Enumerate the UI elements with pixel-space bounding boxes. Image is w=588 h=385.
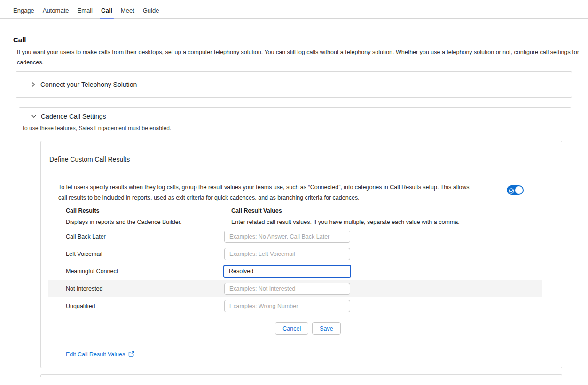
- tab-engage[interactable]: Engage: [13, 7, 34, 18]
- telephony-section-title: Connect your Telephony Solution: [40, 81, 137, 88]
- call-result-row: Left Voicemail: [48, 245, 542, 262]
- toggle-knob: [515, 186, 523, 194]
- call-result-label: Left Voicemail: [48, 251, 224, 257]
- call-result-value-input[interactable]: [223, 265, 351, 278]
- call-result-label: Not Interested: [48, 285, 224, 292]
- call-results-column-header: Call Results: [66, 208, 100, 214]
- tab-email[interactable]: Email: [77, 7, 93, 18]
- tab-meet[interactable]: Meet: [121, 7, 134, 18]
- check-icon: [509, 187, 514, 196]
- call-result-label: Call Back Later: [48, 233, 224, 240]
- card-description: To let users specify results when they l…: [58, 182, 472, 203]
- page-title: Call: [13, 36, 26, 44]
- save-button[interactable]: Save: [312, 322, 341, 335]
- call-result-values-column-subtext: Enter related call result values. If you…: [231, 219, 460, 225]
- call-result-value-input[interactable]: [224, 248, 350, 260]
- call-result-value-input[interactable]: [224, 283, 350, 295]
- card-actions: Cancel Save: [47, 322, 568, 335]
- tab-bar: EngageAutomateEmailCallMeetGuide: [0, 0, 588, 19]
- chevron-down-icon: [31, 114, 37, 119]
- define-call-results-card: Define Custom Call Results To let users …: [40, 141, 562, 368]
- telephony-section: Connect your Telephony Solution: [16, 71, 572, 98]
- tab-call[interactable]: Call: [101, 7, 112, 18]
- call-results-toggle[interactable]: [507, 185, 524, 195]
- call-result-values-column-header: Call Result Values: [231, 208, 282, 214]
- call-result-row: Not Interested: [48, 280, 542, 297]
- call-results-rows: Call Back LaterLeft VoicemailMeaningful …: [48, 228, 542, 315]
- cadence-section-title: Cadence Call Settings: [41, 113, 106, 120]
- tab-guide[interactable]: Guide: [143, 7, 159, 18]
- external-link-icon: [128, 351, 134, 358]
- chevron-right-icon: [31, 82, 36, 87]
- call-result-value-input[interactable]: [224, 300, 350, 312]
- telephony-section-header[interactable]: Connect your Telephony Solution: [16, 81, 137, 88]
- edit-call-result-values-link[interactable]: Edit Call Result Values: [66, 351, 134, 358]
- call-results-column-subtext: Displays in reports and the Cadence Buil…: [66, 219, 182, 225]
- edit-call-result-values-label: Edit Call Result Values: [66, 351, 125, 358]
- call-result-label: Meaningful Connect: [48, 268, 224, 275]
- cadence-section: Cadence Call Settings To use these featu…: [19, 107, 571, 377]
- card-title: Define Custom Call Results: [49, 155, 130, 163]
- cancel-button[interactable]: Cancel: [275, 322, 308, 335]
- call-result-row: Call Back Later: [48, 228, 542, 245]
- call-result-value-input[interactable]: [224, 231, 350, 243]
- next-card-partial: [40, 374, 562, 377]
- tab-automate[interactable]: Automate: [43, 7, 69, 18]
- cadence-section-header[interactable]: Cadence Call Settings: [31, 113, 106, 120]
- cadence-section-subtitle: To use these features, Sales Engagement …: [22, 125, 171, 131]
- call-result-row: Unqualified: [48, 297, 542, 315]
- page-description: If you want your users to make calls fro…: [17, 47, 579, 68]
- call-result-label: Unqualified: [48, 303, 224, 309]
- call-settings-page: EngageAutomateEmailCallMeetGuide Call If…: [0, 0, 588, 385]
- call-result-row: Meaningful Connect: [48, 262, 542, 280]
- card-header-divider: [41, 174, 562, 174]
